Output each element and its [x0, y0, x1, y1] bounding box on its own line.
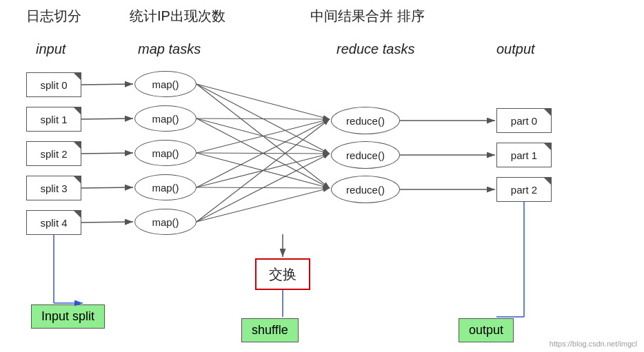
svg-line-21 — [197, 188, 330, 222]
svg-line-18 — [197, 187, 330, 188]
svg-line-2 — [81, 84, 133, 85]
callout-shuffle: shuffle — [241, 318, 299, 342]
top-label-1: 日志切分 — [26, 7, 81, 25]
map-box-2: map() — [134, 140, 197, 166]
svg-line-13 — [197, 119, 330, 153]
col-header-reduce: reduce tasks — [336, 41, 414, 57]
col-header-map: map tasks — [138, 41, 201, 57]
col-header-output: output — [496, 41, 535, 57]
split-box-0: split 0 — [26, 72, 81, 97]
svg-line-4 — [81, 153, 133, 154]
callout-input-split: Input split — [31, 304, 105, 329]
svg-line-17 — [197, 154, 330, 187]
split-box-2: split 2 — [26, 141, 81, 166]
top-label-2: 统计IP出现次数 — [130, 7, 225, 25]
split-box-3: split 3 — [26, 176, 81, 200]
svg-line-8 — [197, 84, 330, 154]
map-box-4: map() — [134, 209, 197, 235]
svg-line-14 — [197, 153, 330, 154]
svg-line-10 — [197, 118, 330, 119]
svg-line-12 — [197, 118, 330, 188]
svg-line-19 — [197, 119, 330, 222]
exchange-box: 交换 — [255, 258, 310, 290]
part-box-1: part 1 — [496, 143, 552, 167]
svg-line-11 — [197, 118, 330, 154]
part-box-0: part 0 — [496, 108, 552, 133]
svg-line-15 — [197, 153, 330, 188]
arrows-svg — [0, 0, 644, 352]
reduce-box-0: reduce() — [331, 107, 400, 134]
svg-line-5 — [81, 187, 133, 188]
watermark: https://blog.csdn.net/imgcl — [550, 340, 637, 348]
svg-line-6 — [81, 222, 133, 222]
reduce-box-2: reduce() — [331, 176, 400, 203]
top-label-3: 中间结果合并 排序 — [310, 7, 425, 25]
svg-line-7 — [197, 84, 330, 119]
map-box-3: map() — [134, 174, 197, 200]
part-box-2: part 2 — [496, 177, 552, 202]
callout-output: output — [459, 318, 514, 342]
split-box-4: split 4 — [26, 210, 81, 235]
map-box-0: map() — [134, 71, 197, 97]
svg-line-3 — [81, 118, 133, 119]
reduce-box-1: reduce() — [331, 141, 400, 169]
col-header-input: input — [36, 41, 66, 57]
svg-line-9 — [197, 84, 330, 188]
split-box-1: split 1 — [26, 107, 81, 132]
diagram: 日志切分 统计IP出现次数 中间结果合并 排序 input map tasks … — [0, 0, 644, 352]
svg-line-20 — [197, 154, 330, 222]
map-box-1: map() — [134, 105, 197, 132]
svg-line-16 — [197, 119, 330, 187]
